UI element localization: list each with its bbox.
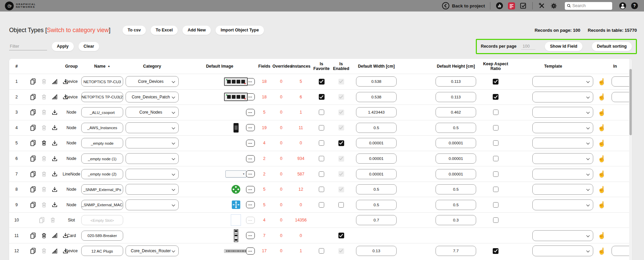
- keep-aspect-ratio-checkbox[interactable]: [493, 248, 498, 254]
- instances-count[interactable]: 0: [300, 141, 302, 145]
- fields-count[interactable]: 18: [262, 95, 267, 99]
- name-input[interactable]: [81, 153, 123, 164]
- keep-aspect-ratio-checkbox[interactable]: [493, 202, 498, 208]
- fields-count[interactable]: 5: [263, 110, 266, 115]
- more-options-button[interactable]: ...: [246, 140, 255, 147]
- template-select[interactable]: [532, 107, 593, 118]
- fields-count[interactable]: 19: [262, 125, 267, 130]
- name-input[interactable]: [81, 76, 123, 87]
- is-favorite-checkbox[interactable]: [319, 125, 324, 131]
- default-height-input[interactable]: [436, 153, 476, 164]
- default-width-input[interactable]: [356, 107, 397, 117]
- overrides-count[interactable]: 0: [280, 141, 283, 145]
- keep-aspect-ratio-checkbox[interactable]: [493, 171, 498, 177]
- overrides-count[interactable]: 0: [280, 172, 283, 176]
- name-input[interactable]: [81, 246, 123, 256]
- name-input[interactable]: [81, 138, 123, 148]
- default-sorting-button[interactable]: Default sorting: [592, 42, 632, 51]
- help-icon[interactable]: ?: [630, 2, 639, 10]
- is-favorite-checkbox[interactable]: [319, 171, 324, 177]
- is-enabled-checkbox[interactable]: [338, 202, 344, 208]
- more-options-button[interactable]: ...: [246, 201, 255, 208]
- copy-icon[interactable]: [29, 78, 37, 85]
- overrides-count[interactable]: 0: [280, 187, 283, 192]
- category-select[interactable]: [126, 199, 179, 210]
- more-options-button[interactable]: ...: [246, 109, 255, 116]
- name-input[interactable]: [81, 184, 123, 194]
- template-select[interactable]: [532, 153, 593, 164]
- fields-count[interactable]: 5: [263, 187, 266, 192]
- fields-count[interactable]: 4: [263, 218, 266, 222]
- copy-icon[interactable]: [29, 186, 37, 193]
- instances-count[interactable]: 1: [300, 110, 302, 115]
- copy-icon[interactable]: [29, 124, 37, 132]
- tap-hand-icon[interactable]: ☝: [598, 232, 606, 239]
- default-height-input[interactable]: [436, 76, 476, 87]
- apply-button[interactable]: Apply: [52, 42, 74, 51]
- keep-aspect-ratio-checkbox[interactable]: [493, 79, 498, 85]
- ruler-icon[interactable]: [51, 78, 58, 85]
- account-icon[interactable]: [619, 2, 627, 10]
- filter-input[interactable]: [9, 43, 47, 50]
- is-favorite-checkbox[interactable]: [319, 140, 324, 146]
- default-height-input[interactable]: [436, 169, 476, 179]
- instances-count[interactable]: 5: [300, 79, 302, 84]
- is-favorite-checkbox[interactable]: [319, 156, 324, 161]
- copy-icon[interactable]: [29, 232, 37, 239]
- is-favorite-checkbox[interactable]: [319, 187, 324, 192]
- copy-icon[interactable]: [29, 139, 37, 147]
- search-input[interactable]: [572, 3, 610, 8]
- copy-icon[interactable]: [29, 93, 37, 101]
- overrides-count[interactable]: 0: [280, 156, 283, 161]
- fields-count[interactable]: 17: [262, 249, 267, 253]
- ruler-icon[interactable]: [51, 247, 58, 255]
- default-height-input[interactable]: [436, 138, 476, 148]
- copy-icon[interactable]: [29, 155, 37, 162]
- more-options-button[interactable]: ...: [246, 124, 255, 131]
- default-width-input[interactable]: [356, 215, 397, 225]
- tasks-checkbox-icon[interactable]: [519, 2, 527, 10]
- category-select[interactable]: [126, 184, 179, 195]
- overrides-count[interactable]: 0: [280, 95, 283, 99]
- is-favorite-checkbox[interactable]: [319, 94, 325, 100]
- is-enabled-checkbox[interactable]: [338, 140, 344, 146]
- more-options-button[interactable]: ...: [246, 170, 255, 178]
- fields-count[interactable]: 7: [263, 233, 266, 238]
- records-per-page-input[interactable]: 100: [521, 43, 535, 50]
- instances-count[interactable]: 0: [300, 233, 302, 238]
- template-select[interactable]: [532, 76, 593, 87]
- keep-aspect-ratio-checkbox[interactable]: [493, 125, 498, 131]
- vertical-scrollbar-thumb[interactable]: [629, 69, 632, 135]
- template-select[interactable]: [532, 92, 593, 102]
- download-icon[interactable]: [51, 140, 58, 147]
- category-select[interactable]: Core_Devices: [126, 76, 179, 87]
- is-favorite-checkbox[interactable]: [319, 248, 324, 254]
- more-options-button[interactable]: ...: [246, 247, 255, 255]
- default-height-input[interactable]: [436, 123, 476, 133]
- more-options-button[interactable]: ...: [246, 155, 255, 162]
- clear-button[interactable]: Clear: [79, 42, 99, 51]
- ruler-icon[interactable]: [51, 93, 58, 100]
- download-icon[interactable]: [51, 109, 58, 116]
- template-select[interactable]: [532, 199, 593, 210]
- keep-aspect-ratio-checkbox[interactable]: [493, 217, 498, 223]
- name-input[interactable]: [81, 169, 123, 179]
- category-select[interactable]: [126, 153, 179, 164]
- instances-count[interactable]: 934: [297, 156, 305, 161]
- col-header-name[interactable]: Name▲: [80, 64, 124, 69]
- overrides-count[interactable]: 0: [280, 79, 283, 84]
- category-select[interactable]: Core_Devices_Router: [126, 245, 179, 256]
- default-width-input[interactable]: [356, 92, 397, 102]
- ruler-icon[interactable]: [51, 232, 58, 239]
- statistics-icon[interactable]: [495, 2, 504, 10]
- instances-count[interactable]: 14356: [295, 218, 307, 222]
- tap-hand-icon[interactable]: ☝: [598, 202, 606, 208]
- overrides-count[interactable]: 0: [280, 249, 283, 253]
- is-favorite-checkbox[interactable]: [319, 202, 324, 208]
- category-select[interactable]: [126, 169, 179, 180]
- name-input[interactable]: [81, 92, 123, 102]
- search-box[interactable]: [565, 2, 612, 10]
- to-csv-button[interactable]: To csv: [123, 26, 146, 35]
- default-height-input[interactable]: [436, 215, 476, 225]
- default-height-input[interactable]: [436, 200, 476, 210]
